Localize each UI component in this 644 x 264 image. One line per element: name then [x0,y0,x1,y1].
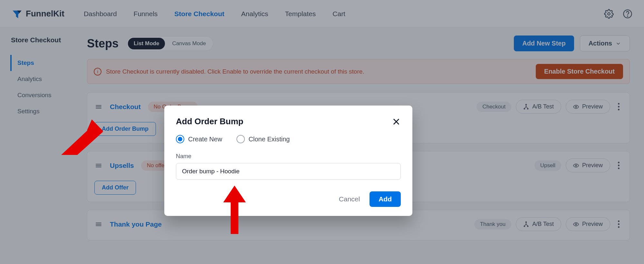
radio-icon [176,135,184,143]
radio-create-new[interactable]: Create New [176,135,222,143]
name-input[interactable] [176,163,401,180]
radio-icon [236,135,245,143]
add-button[interactable]: Add [370,191,401,207]
modal-title: Add Order Bump [176,117,243,127]
radio-clone-label: Clone Existing [249,136,290,143]
name-label: Name [176,153,401,160]
cancel-button[interactable]: Cancel [339,195,360,203]
close-icon[interactable] [392,117,401,126]
radio-group: Create New Clone Existing [176,135,401,143]
radio-create-label: Create New [188,136,222,143]
add-order-bump-modal: Add Order Bump Create New Clone Existing… [164,106,412,216]
radio-clone-existing[interactable]: Clone Existing [236,135,290,143]
